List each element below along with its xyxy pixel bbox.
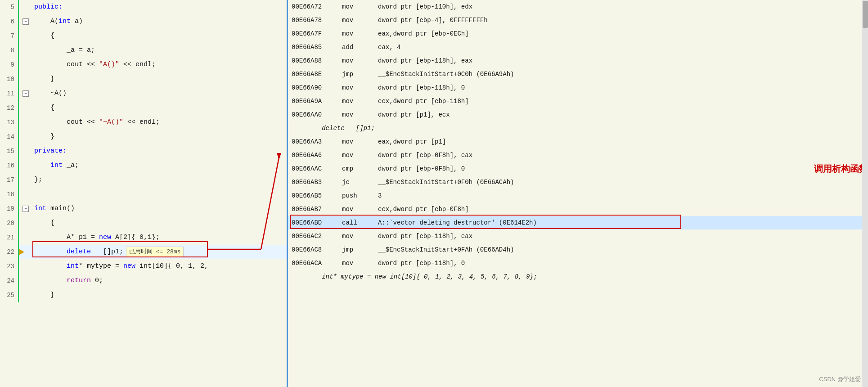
asm-line: 00E66AA0movdword ptr [p1], ecx: [288, 108, 868, 122]
code-token: main(): [46, 203, 75, 214]
code-token: "~A()": [99, 117, 123, 128]
line-number: 16: [0, 158, 19, 173]
asm-address: 00E66AC8: [288, 246, 342, 253]
line-content: public:: [32, 0, 287, 14]
code-token: private:: [34, 146, 67, 157]
code-token: delete: [67, 247, 91, 257]
asm-address: 00E66ACA: [288, 260, 342, 267]
line-content: delete []p1;已用时间 <= 28ms: [32, 245, 287, 259]
scrollbar[interactable]: [862, 0, 868, 387]
asm-operands: eax,dword ptr [p1]: [378, 138, 868, 145]
asm-line: 00E66A9Amovecx,dword ptr [ebp-118h]: [288, 94, 868, 108]
line-gutter: [19, 130, 32, 144]
code-area: 5public:6− A(int a)7 {8 _a = a;9 cout <<…: [0, 0, 287, 302]
asm-operands: dword ptr [ebp-118h], eax: [378, 57, 868, 64]
code-token: _a = a;: [34, 45, 95, 56]
line-number: 6: [0, 14, 19, 29]
line-gutter: −: [19, 14, 32, 29]
asm-operands: dword ptr [ebp-0F8h], eax: [378, 152, 868, 159]
line-number: 7: [0, 29, 19, 43]
asm-address: 00E66A7F: [288, 30, 342, 37]
asm-address: 00E66AB7: [288, 206, 342, 213]
asm-operands: dword ptr [ebp-4], 0FFFFFFFFh: [378, 17, 868, 24]
code-line: 10 }: [0, 72, 287, 86]
code-line: 21 A* p1 = new A[2]{ 0,1};: [0, 230, 287, 245]
line-content: int* mytype = new int[10]{ 0, 1, 2,: [32, 259, 287, 274]
line-content: {: [32, 29, 287, 43]
line-number: 13: [0, 115, 19, 130]
line-content: int _a;: [32, 158, 287, 173]
line-number: 15: [0, 144, 19, 158]
code-line: 14 }: [0, 130, 287, 144]
asm-address: 00E66AB3: [288, 179, 342, 186]
line-content: A* p1 = new A[2]{ 0,1};: [32, 230, 287, 245]
asm-line: 00E66AA3moveax,dword ptr [p1]: [288, 135, 868, 148]
asm-line: delete []p1;: [288, 122, 868, 135]
line-number: 22: [0, 245, 19, 259]
asm-line: 00E66AACcmpdword ptr [ebp-0F8h], 0调用析构函数: [288, 162, 868, 176]
line-number: 11: [0, 86, 19, 101]
code-token: int: [34, 203, 46, 214]
code-line: 22 delete []p1;已用时间 <= 28ms: [0, 245, 287, 259]
collapse-button[interactable]: −: [22, 206, 29, 212]
code-line: 16 int _a;: [0, 158, 287, 173]
asm-mnemonic: mov: [342, 3, 378, 10]
asm-mnemonic: jmp: [342, 246, 378, 253]
asm-mnemonic: mov: [342, 98, 378, 105]
asm-operands: dword ptr [ebp-110h], edx: [378, 3, 868, 10]
asm-operands: ecx,dword ptr [ebp-0F8h]: [378, 206, 868, 213]
line-content: A(int a): [32, 14, 287, 29]
asm-mnemonic: add: [342, 44, 378, 51]
asm-line: 00E66A78movdword ptr [ebp-4], 0FFFFFFFFh: [288, 14, 868, 27]
line-number: 25: [0, 288, 19, 302]
asm-address: 00E66A9A: [288, 98, 342, 105]
line-content: }: [32, 288, 287, 302]
code-line: 12 {: [0, 101, 287, 115]
code-token: return: [67, 275, 91, 286]
line-content: [32, 187, 287, 202]
asm-operands: dword ptr [ebp-0F8h], 0: [378, 165, 805, 172]
line-number: 17: [0, 173, 19, 187]
asm-line: 00E66A72movdword ptr [ebp-110h], edx: [288, 0, 868, 14]
scrollbar-thumb[interactable]: [863, 1, 868, 28]
line-number: 19: [0, 202, 19, 216]
asm-mnemonic: je: [342, 179, 378, 186]
code-token: }: [34, 131, 54, 142]
code-line: 19−int main(): [0, 202, 287, 216]
time-tooltip: 已用时间 <= 28ms: [126, 247, 184, 258]
asm-operands: eax,dword ptr [ebp-0ECh]: [378, 30, 868, 37]
code-line: 25 }: [0, 288, 287, 302]
line-gutter: [19, 29, 32, 43]
code-token: [34, 275, 67, 286]
asm-operands: 3: [378, 192, 868, 199]
collapse-button[interactable]: −: [22, 18, 29, 25]
code-line: 5public:: [0, 0, 287, 14]
asm-line: 00E66A7Fmoveax,dword ptr [ebp-0ECh]: [288, 27, 868, 40]
asm-operands: dword ptr [ebp-118h], eax: [378, 233, 868, 240]
line-gutter: [19, 158, 32, 173]
code-line: 23 int* mytype = new int[10]{ 0, 1, 2,: [0, 259, 287, 274]
line-content: _a = a;: [32, 43, 287, 58]
line-content: int main(): [32, 202, 287, 216]
line-content: private:: [32, 144, 287, 158]
line-gutter: [19, 144, 32, 158]
asm-operands: A::`vector deleting destructor' (0E614E2…: [378, 219, 868, 226]
asm-area: 00E66A72movdword ptr [ebp-110h], edx00E6…: [288, 0, 868, 284]
asm-operands: __$EncStackInitStart+0C0h (0E66A9Ah): [378, 71, 868, 78]
current-line-arrow: [19, 249, 24, 255]
code-token: new: [99, 232, 111, 243]
collapse-button[interactable]: −: [22, 90, 29, 97]
code-line: 24 return 0;: [0, 274, 287, 288]
asm-mnemonic: mov: [342, 57, 378, 64]
line-content: };: [32, 173, 287, 187]
code-token: }: [34, 74, 54, 85]
code-token: "A()": [99, 59, 119, 70]
asm-address: 00E66A85: [288, 44, 342, 51]
asm-operands: dword ptr [ebp-118h], 0: [378, 260, 868, 267]
asm-address: 00E66A78: [288, 17, 342, 24]
code-line: 6− A(int a): [0, 14, 287, 29]
line-number: 14: [0, 130, 19, 144]
code-token: int: [50, 160, 63, 171]
asm-address: 00E66AAC: [288, 165, 342, 172]
asm-mnemonic: mov: [342, 138, 378, 145]
